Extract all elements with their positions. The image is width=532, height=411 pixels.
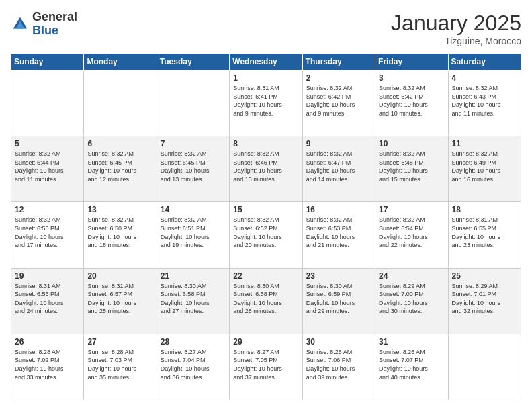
- day-number: 8: [233, 139, 298, 148]
- calendar-cell-w5-d6: 31Sunrise: 8:26 AM Sunset: 7:07 PM Dayli…: [375, 334, 448, 400]
- day-number: 23: [306, 271, 371, 281]
- day-number: 27: [87, 337, 152, 347]
- day-number: 20: [87, 271, 152, 281]
- calendar-week-1: 1Sunrise: 8:31 AM Sunset: 6:41 PM Daylig…: [11, 71, 521, 136]
- day-number: 15: [233, 205, 298, 214]
- day-number: 29: [233, 337, 298, 347]
- day-info: Sunrise: 8:32 AM Sunset: 6:42 PM Dayligh…: [306, 84, 371, 118]
- day-info: Sunrise: 8:27 AM Sunset: 7:04 PM Dayligh…: [161, 348, 226, 381]
- day-number: 21: [161, 271, 226, 281]
- calendar-cell-w5-d3: 28Sunrise: 8:27 AM Sunset: 7:04 PM Dayli…: [157, 334, 229, 400]
- day-number: 31: [379, 337, 444, 347]
- day-info: Sunrise: 8:28 AM Sunset: 7:02 PM Dayligh…: [15, 348, 80, 381]
- day-info: Sunrise: 8:32 AM Sunset: 6:46 PM Dayligh…: [233, 150, 298, 183]
- calendar-cell-w2-d4: 8Sunrise: 8:32 AM Sunset: 6:46 PM Daylig…: [230, 136, 302, 202]
- col-friday: Friday: [375, 54, 448, 71]
- col-monday: Monday: [84, 54, 157, 71]
- calendar-week-5: 26Sunrise: 8:28 AM Sunset: 7:02 PM Dayli…: [11, 334, 521, 400]
- day-number: 3: [379, 73, 444, 83]
- calendar-cell-w5-d7: [448, 334, 521, 400]
- page: General Blue January 2025 Tizguine, Moro…: [0, 0, 532, 411]
- col-wednesday: Wednesday: [230, 54, 302, 71]
- calendar-cell-w1-d1: [11, 71, 84, 136]
- day-number: 4: [452, 73, 517, 83]
- calendar-cell-w1-d7: 4Sunrise: 8:32 AM Sunset: 6:43 PM Daylig…: [448, 71, 521, 136]
- day-info: Sunrise: 8:32 AM Sunset: 6:49 PM Dayligh…: [452, 150, 517, 183]
- day-info: Sunrise: 8:30 AM Sunset: 6:59 PM Dayligh…: [306, 282, 371, 316]
- day-number: 10: [379, 139, 444, 148]
- calendar-cell-w1-d6: 3Sunrise: 8:32 AM Sunset: 6:42 PM Daylig…: [375, 71, 448, 136]
- day-info: Sunrise: 8:32 AM Sunset: 6:52 PM Dayligh…: [233, 216, 298, 249]
- day-number: 13: [87, 205, 152, 214]
- calendar-cell-w3-d1: 12Sunrise: 8:32 AM Sunset: 6:50 PM Dayli…: [11, 202, 84, 268]
- logo: General Blue: [11, 11, 77, 38]
- logo-icon: [11, 15, 30, 34]
- day-number: 17: [379, 205, 444, 214]
- day-number: 12: [15, 205, 80, 214]
- calendar-cell-w3-d5: 16Sunrise: 8:32 AM Sunset: 6:53 PM Dayli…: [302, 202, 375, 268]
- calendar-cell-w2-d2: 6Sunrise: 8:32 AM Sunset: 6:45 PM Daylig…: [84, 136, 157, 202]
- day-info: Sunrise: 8:32 AM Sunset: 6:54 PM Dayligh…: [379, 216, 444, 249]
- calendar-cell-w5-d2: 27Sunrise: 8:28 AM Sunset: 7:03 PM Dayli…: [84, 334, 157, 400]
- col-tuesday: Tuesday: [157, 54, 229, 71]
- day-info: Sunrise: 8:30 AM Sunset: 6:58 PM Dayligh…: [161, 282, 226, 316]
- day-info: Sunrise: 8:32 AM Sunset: 6:44 PM Dayligh…: [15, 150, 80, 183]
- day-number: 25: [452, 271, 517, 281]
- day-number: 28: [161, 337, 226, 347]
- calendar-cell-w5-d1: 26Sunrise: 8:28 AM Sunset: 7:02 PM Dayli…: [11, 334, 84, 400]
- month-title: January 2025: [391, 11, 521, 36]
- logo-text: General Blue: [32, 11, 77, 38]
- calendar-week-4: 19Sunrise: 8:31 AM Sunset: 6:56 PM Dayli…: [11, 268, 521, 334]
- calendar-cell-w4-d1: 19Sunrise: 8:31 AM Sunset: 6:56 PM Dayli…: [11, 268, 84, 334]
- day-info: Sunrise: 8:32 AM Sunset: 6:53 PM Dayligh…: [306, 216, 371, 249]
- calendar-cell-w1-d3: [157, 71, 229, 136]
- calendar-cell-w2-d7: 11Sunrise: 8:32 AM Sunset: 6:49 PM Dayli…: [448, 136, 521, 202]
- day-info: Sunrise: 8:32 AM Sunset: 6:47 PM Dayligh…: [306, 150, 371, 183]
- header: General Blue January 2025 Tizguine, Moro…: [11, 11, 521, 46]
- calendar-cell-w4-d2: 20Sunrise: 8:31 AM Sunset: 6:57 PM Dayli…: [84, 268, 157, 334]
- col-sunday: Sunday: [11, 54, 84, 71]
- col-saturday: Saturday: [448, 54, 521, 71]
- day-info: Sunrise: 8:31 AM Sunset: 6:57 PM Dayligh…: [87, 282, 152, 316]
- calendar: Sunday Monday Tuesday Wednesday Thursday…: [11, 53, 521, 400]
- calendar-cell-w5-d4: 29Sunrise: 8:27 AM Sunset: 7:05 PM Dayli…: [230, 334, 302, 400]
- day-info: Sunrise: 8:32 AM Sunset: 6:45 PM Dayligh…: [87, 150, 152, 183]
- col-thursday: Thursday: [302, 54, 375, 71]
- calendar-cell-w1-d5: 2Sunrise: 8:32 AM Sunset: 6:42 PM Daylig…: [302, 71, 375, 136]
- calendar-cell-w4-d3: 21Sunrise: 8:30 AM Sunset: 6:58 PM Dayli…: [157, 268, 229, 334]
- day-number: 6: [87, 139, 152, 148]
- day-number: 16: [306, 205, 371, 214]
- day-info: Sunrise: 8:32 AM Sunset: 6:50 PM Dayligh…: [15, 216, 80, 249]
- day-number: 26: [15, 337, 80, 347]
- calendar-cell-w3-d2: 13Sunrise: 8:32 AM Sunset: 6:50 PM Dayli…: [84, 202, 157, 268]
- calendar-cell-w2-d6: 10Sunrise: 8:32 AM Sunset: 6:48 PM Dayli…: [375, 136, 448, 202]
- day-number: 19: [15, 271, 80, 281]
- day-info: Sunrise: 8:32 AM Sunset: 6:45 PM Dayligh…: [161, 150, 226, 183]
- day-number: 30: [306, 337, 371, 347]
- calendar-cell-w2-d1: 5Sunrise: 8:32 AM Sunset: 6:44 PM Daylig…: [11, 136, 84, 202]
- day-number: 14: [161, 205, 226, 214]
- day-number: 11: [452, 139, 517, 148]
- day-info: Sunrise: 8:27 AM Sunset: 7:05 PM Dayligh…: [233, 348, 298, 381]
- day-number: 24: [379, 271, 444, 281]
- calendar-cell-w4-d7: 25Sunrise: 8:29 AM Sunset: 7:01 PM Dayli…: [448, 268, 521, 334]
- logo-blue-text: Blue: [32, 24, 77, 38]
- calendar-header-row: Sunday Monday Tuesday Wednesday Thursday…: [11, 54, 521, 71]
- day-info: Sunrise: 8:32 AM Sunset: 6:42 PM Dayligh…: [379, 84, 444, 118]
- day-info: Sunrise: 8:32 AM Sunset: 6:48 PM Dayligh…: [379, 150, 444, 183]
- calendar-cell-w3-d6: 17Sunrise: 8:32 AM Sunset: 6:54 PM Dayli…: [375, 202, 448, 268]
- day-info: Sunrise: 8:26 AM Sunset: 7:06 PM Dayligh…: [306, 348, 371, 381]
- day-info: Sunrise: 8:30 AM Sunset: 6:58 PM Dayligh…: [233, 282, 298, 316]
- day-number: 22: [233, 271, 298, 281]
- day-info: Sunrise: 8:29 AM Sunset: 7:01 PM Dayligh…: [452, 282, 517, 316]
- day-number: 7: [161, 139, 226, 148]
- logo-general-text: General: [32, 11, 77, 24]
- location-title: Tizguine, Morocco: [391, 36, 521, 46]
- day-number: 5: [15, 139, 80, 148]
- day-info: Sunrise: 8:32 AM Sunset: 6:50 PM Dayligh…: [87, 216, 152, 249]
- day-info: Sunrise: 8:32 AM Sunset: 6:51 PM Dayligh…: [161, 216, 226, 249]
- day-info: Sunrise: 8:31 AM Sunset: 6:41 PM Dayligh…: [233, 84, 298, 118]
- calendar-cell-w2-d3: 7Sunrise: 8:32 AM Sunset: 6:45 PM Daylig…: [157, 136, 229, 202]
- calendar-cell-w1-d4: 1Sunrise: 8:31 AM Sunset: 6:41 PM Daylig…: [230, 71, 302, 136]
- calendar-cell-w5-d5: 30Sunrise: 8:26 AM Sunset: 7:06 PM Dayli…: [302, 334, 375, 400]
